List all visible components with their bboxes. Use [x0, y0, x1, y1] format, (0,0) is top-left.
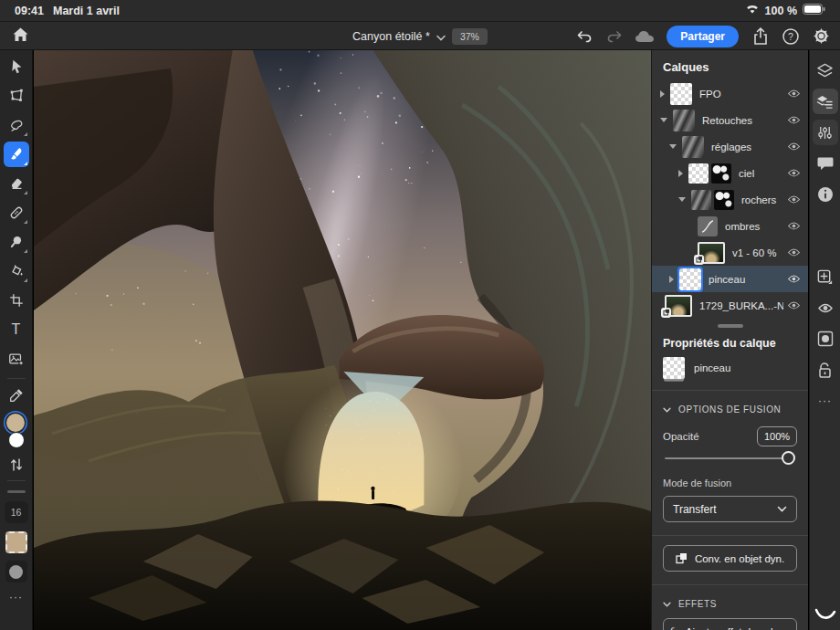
- tool-group-indicator: [24, 220, 27, 224]
- layer-thumbnail[interactable]: [688, 163, 709, 184]
- clone-stamp-tool[interactable]: [4, 229, 29, 255]
- share-button[interactable]: Partager: [667, 26, 739, 47]
- layer-row-ombres[interactable]: ombres: [652, 213, 808, 239]
- canvas-artwork[interactable]: [34, 50, 651, 630]
- visibility-eye-icon[interactable]: [787, 221, 801, 231]
- layer-name: pinceau: [709, 274, 783, 285]
- add-layer-button[interactable]: [813, 264, 838, 289]
- effects-section-header[interactable]: EFFETS: [652, 589, 808, 614]
- layer-row-reglages[interactable]: réglages: [652, 133, 808, 160]
- current-layer-chip[interactable]: pinceau: [652, 353, 808, 386]
- edit-settings-button[interactable]: [813, 120, 838, 145]
- blend-mode-label: Mode de fusion: [652, 467, 808, 488]
- visibility-eye-icon[interactable]: [787, 89, 801, 99]
- help-button[interactable]: ?: [779, 25, 803, 48]
- healing-brush-tool[interactable]: [4, 200, 29, 226]
- layer-thumbnail[interactable]: [670, 83, 692, 105]
- visibility-eye-icon[interactable]: [787, 300, 801, 310]
- place-image-tool[interactable]: [4, 346, 29, 372]
- expand-chevron-icon[interactable]: [669, 276, 674, 283]
- expand-chevron-icon[interactable]: [678, 170, 683, 177]
- tool-group-indicator: [24, 191, 27, 194]
- undo-button[interactable]: [572, 25, 596, 48]
- selected-layer-thumbnail[interactable]: [679, 268, 701, 290]
- visibility-eye-icon[interactable]: [787, 194, 801, 205]
- redo-button[interactable]: [603, 25, 626, 48]
- layer-row-1729[interactable]: 1729_BURKA...-NR33: [652, 292, 808, 319]
- visibility-eye-icon[interactable]: [787, 168, 801, 178]
- battery-icon: [803, 4, 825, 17]
- layer-thumbnail[interactable]: [682, 136, 704, 158]
- layer-row-retouches[interactable]: Retouches: [652, 107, 808, 133]
- slider-thumb[interactable]: [782, 451, 795, 465]
- info-button[interactable]: [813, 182, 838, 207]
- healing-tool-icon: [8, 205, 25, 221]
- layer-row-v1[interactable]: v1 - 60 %: [652, 239, 808, 266]
- opacity-value-box[interactable]: 100%: [757, 426, 797, 446]
- move-tool[interactable]: [4, 54, 29, 79]
- layer-properties-button-active[interactable]: [813, 89, 838, 114]
- cloud-sync-button[interactable]: [633, 25, 656, 48]
- foreground-color-well[interactable]: [6, 414, 25, 432]
- collapse-chevron-icon[interactable]: [660, 118, 667, 122]
- brush-tool-selected[interactable]: [4, 142, 29, 167]
- layer-row-ciel[interactable]: ciel: [652, 160, 808, 186]
- convert-button-label: Conv. en objet dyn.: [695, 553, 784, 564]
- opacity-row: Opacité 100%: [652, 420, 808, 446]
- layer-visibility-button[interactable]: [813, 295, 838, 320]
- blend-mode-dropdown[interactable]: Transfert: [663, 496, 797, 522]
- lasso-tool[interactable]: [4, 112, 29, 138]
- layer-mask-thumbnail[interactable]: [711, 163, 731, 184]
- layer-thumbnail[interactable]: [691, 190, 711, 210]
- panel-resize-handle[interactable]: [718, 324, 743, 328]
- smart-object-thumbnail[interactable]: [698, 242, 725, 264]
- crop-tool[interactable]: [4, 288, 29, 313]
- layer-row-rochers[interactable]: rochers: [652, 186, 808, 213]
- export-button[interactable]: [749, 25, 772, 48]
- eyedropper-tool[interactable]: [4, 383, 29, 408]
- mask-icon: [817, 331, 834, 347]
- swap-colors-button[interactable]: [4, 456, 29, 474]
- more-tool-options-button[interactable]: ···: [9, 591, 23, 604]
- tool-options-handle[interactable]: [7, 490, 26, 493]
- opacity-slider[interactable]: [665, 450, 795, 467]
- rail-divider: [7, 378, 26, 379]
- layer-thumbnail[interactable]: [673, 110, 695, 131]
- background-color-well[interactable]: [8, 432, 25, 448]
- transform-tool[interactable]: [4, 83, 29, 109]
- layer-row-pinceau-selected[interactable]: pinceau: [652, 266, 808, 292]
- document-title[interactable]: Canyon étoilé *: [352, 30, 430, 43]
- type-tool-icon: T: [12, 321, 21, 338]
- visibility-eye-icon[interactable]: [787, 115, 801, 125]
- convert-smart-object-button[interactable]: Conv. en objet dyn.: [663, 545, 797, 572]
- lock-layer-button[interactable]: [813, 357, 838, 383]
- layers-view-button[interactable]: [813, 58, 838, 83]
- visibility-eye-icon[interactable]: [787, 247, 801, 257]
- adjustment-layer-thumbnail[interactable]: [698, 216, 718, 236]
- layer-row-fpo[interactable]: FPO: [652, 80, 808, 107]
- comments-button[interactable]: [813, 151, 838, 176]
- expand-chevron-icon[interactable]: [660, 90, 665, 98]
- swap-colors-icon: [10, 457, 23, 472]
- eraser-tool[interactable]: [4, 171, 29, 196]
- type-tool[interactable]: T: [4, 317, 29, 342]
- collapse-chevron-icon[interactable]: [678, 197, 686, 202]
- visibility-eye-icon[interactable]: [787, 274, 801, 284]
- add-layer-effect-button[interactable]: fx Ajouter effet de calque: [663, 618, 797, 630]
- collapse-chevron-icon[interactable]: [669, 144, 677, 149]
- blend-options-section-header[interactable]: OPTIONS DE FUSION: [652, 394, 808, 420]
- redo-icon: [605, 28, 624, 45]
- zoom-level-badge[interactable]: 37%: [452, 28, 488, 45]
- tool-group-indicator: [24, 278, 27, 282]
- chevron-down-icon[interactable]: [436, 28, 446, 45]
- layer-mask-thumbnail[interactable]: [714, 190, 734, 210]
- visibility-eye-icon[interactable]: [787, 142, 801, 152]
- layer-mask-button[interactable]: [813, 326, 838, 352]
- brush-color-swatch[interactable]: [5, 531, 27, 553]
- settings-button[interactable]: [809, 25, 833, 48]
- fill-tool[interactable]: [4, 258, 29, 284]
- brush-size-value[interactable]: 16: [5, 501, 28, 523]
- smart-object-thumbnail[interactable]: [665, 295, 692, 317]
- more-layer-options-button[interactable]: ···: [813, 388, 838, 414]
- brush-hardness-swatch[interactable]: [5, 561, 27, 583]
